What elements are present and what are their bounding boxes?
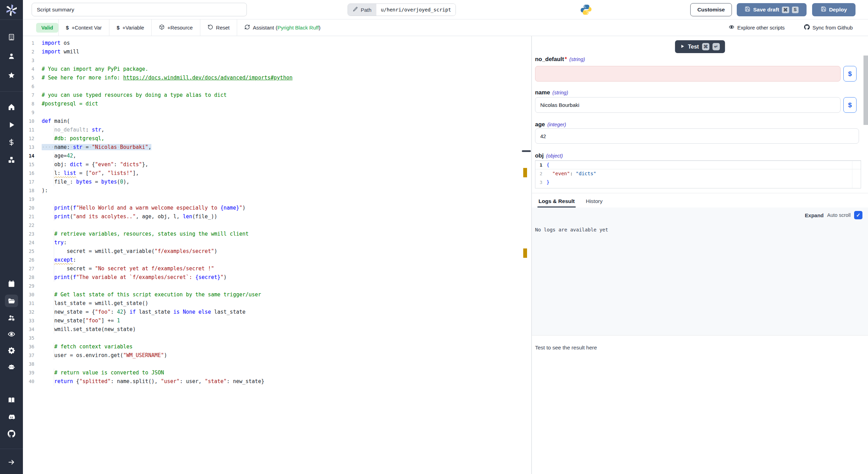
dollar-icon[interactable]: [5, 136, 18, 149]
code-line[interactable]: 8#postgresql = dict: [23, 100, 531, 108]
code-line[interactable]: 13····name:·str·=·"Nicolas·Bourbaki",: [23, 143, 531, 152]
play-icon: [680, 44, 685, 50]
scrollbar-thumb[interactable]: [863, 56, 868, 125]
code-line[interactable]: 7# you can use typed resources by doing …: [23, 91, 531, 100]
line-number: 21: [23, 212, 34, 221]
windmill-logo-icon[interactable]: [4, 2, 19, 17]
code-line[interactable]: 16 l: list = ["or", "lists!"],: [23, 169, 531, 178]
line-number: 17: [23, 178, 34, 186]
code-line[interactable]: 20 print(f"Hello World and a warm welcom…: [23, 204, 531, 212]
code-line[interactable]: 9: [23, 108, 531, 117]
book-open-icon[interactable]: [5, 394, 18, 406]
code-line[interactable]: 1{: [535, 161, 861, 169]
code-line[interactable]: 15 obj: dict = {"even": "dicts"},: [23, 160, 531, 169]
code-line[interactable]: 3}: [535, 178, 861, 187]
line-number: 23: [23, 230, 34, 238]
add-resource-button[interactable]: +Resource: [152, 19, 200, 36]
code-line[interactable]: 28 print(f"The variable at `f/examples/s…: [23, 273, 531, 282]
code-line[interactable]: 37 user = os.environ.get("WM_USERNAME"): [23, 351, 531, 360]
add-variable-button[interactable]: $ +Variable: [109, 19, 151, 36]
script-summary-input[interactable]: [32, 3, 247, 16]
assistant-button[interactable]: Assistant (Pyright Black Ruff): [237, 19, 328, 36]
code-line[interactable]: 2 "even": "dicts": [535, 169, 861, 178]
code-line[interactable]: 4# You can import any PyPi package.: [23, 65, 531, 74]
code-line[interactable]: 39 # return value is converted to JSON: [23, 369, 531, 377]
arrow-right-icon[interactable]: [5, 456, 18, 468]
age-input[interactable]: [535, 128, 859, 144]
explore-other-scripts-button[interactable]: Explore other scripts: [709, 19, 785, 36]
folder-open-icon[interactable]: [5, 295, 18, 307]
deploy-button[interactable]: Deploy: [812, 3, 856, 16]
boxes-icon[interactable]: [5, 154, 18, 166]
save-draft-button[interactable]: Save draft ⌘ S: [737, 3, 807, 16]
line-number: 20: [23, 204, 34, 212]
code-line[interactable]: 22: [23, 221, 531, 230]
insert-variable-button[interactable]: $: [843, 97, 857, 113]
tab-history[interactable]: History: [585, 195, 603, 208]
panel-resize-handle[interactable]: [522, 150, 531, 152]
field-label-name: name (string): [535, 89, 568, 96]
code-line[interactable]: 1import os: [23, 39, 531, 48]
code-line[interactable]: 6: [23, 82, 531, 91]
code-line[interactable]: 21 print("and its acolytes..", age, obj,…: [23, 212, 531, 221]
code-line[interactable]: 35: [23, 334, 531, 342]
code-line[interactable]: 12 #db: postgresql,: [23, 134, 531, 143]
enter-key: ↵: [712, 43, 720, 50]
eye-icon[interactable]: [5, 328, 18, 340]
tab-logs-result[interactable]: Logs & Result: [537, 195, 576, 208]
github-icon[interactable]: [5, 428, 18, 440]
code-line[interactable]: 23 # retrieve variables, resources, stat…: [23, 230, 531, 238]
star-icon[interactable]: [5, 69, 18, 82]
code-line[interactable]: 30 # Get last state of this script execu…: [23, 290, 531, 299]
code-line[interactable]: 36 # fetch context variables: [23, 342, 531, 351]
code-line[interactable]: 11 no_default: str,: [23, 126, 531, 134]
code-line[interactable]: 38: [23, 360, 531, 369]
code-line[interactable]: 29: [23, 282, 531, 290]
path-chip[interactable]: Path u/henri/overjoyed_script: [348, 3, 456, 16]
code-line[interactable]: 2import wmill: [23, 48, 531, 56]
bot-icon[interactable]: [5, 361, 18, 373]
code-line[interactable]: 32 new_state = {"foo": 42} if last_state…: [23, 308, 531, 316]
test-button[interactable]: Test ⌘ ↵: [675, 40, 725, 53]
code-line[interactable]: 33 new_state["foo"] += 1: [23, 316, 531, 325]
sync-from-github-button[interactable]: Sync from Github: [785, 19, 853, 36]
code-line[interactable]: 31 last_state = wmill.get_state(): [23, 299, 531, 308]
code-editor[interactable]: 1import os2import wmill34# You can impor…: [23, 36, 531, 474]
code-line[interactable]: 10def main(: [23, 117, 531, 126]
building-icon[interactable]: [5, 31, 18, 43]
code-line[interactable]: 18):: [23, 186, 531, 195]
add-context-var-button[interactable]: $ +Context Var: [59, 19, 109, 36]
user-icon[interactable]: [5, 50, 18, 62]
path-value[interactable]: u/henri/overjoyed_script: [376, 4, 456, 16]
code-line[interactable]: 27 secret = "No secret yet at f/examples…: [23, 264, 531, 273]
home-icon[interactable]: [5, 101, 18, 113]
autoscroll-checkbox[interactable]: ✓: [854, 211, 862, 219]
obj-json-editor[interactable]: 1{2 "even": "dicts"3}: [535, 160, 861, 188]
code-line[interactable]: 25 secret = wmill.get_variable("f/exampl…: [23, 247, 531, 256]
calendar-icon[interactable]: [5, 278, 18, 290]
users-gear-icon[interactable]: [5, 312, 18, 324]
code-line[interactable]: 40 return {"splitted": name.split(), "us…: [23, 377, 531, 386]
code-line[interactable]: 26 except:: [23, 256, 531, 264]
sidebar-divider: [0, 449, 23, 449]
play-icon[interactable]: [5, 119, 18, 131]
insert-variable-button[interactable]: $: [843, 66, 857, 82]
code-line[interactable]: 24 try:: [23, 238, 531, 247]
code-line[interactable]: 17 file_: bytes = bytes(0),: [23, 178, 531, 186]
code-line[interactable]: 34 wmill.set_state(new_state): [23, 325, 531, 334]
name-input[interactable]: [535, 97, 841, 113]
code-line[interactable]: 5# See here for more info: https://docs.…: [23, 74, 531, 82]
reset-button[interactable]: Reset: [200, 19, 237, 36]
gear-icon[interactable]: [5, 344, 18, 357]
no-default-input[interactable]: [535, 66, 841, 82]
code-line[interactable]: 3: [23, 56, 531, 65]
code-line[interactable]: 14 age=42,: [23, 152, 531, 160]
line-number: 26: [23, 256, 34, 264]
save-icon: [745, 6, 750, 13]
expand-button[interactable]: Expand: [805, 212, 824, 218]
customise-button[interactable]: Customise: [690, 3, 732, 16]
discord-icon[interactable]: [5, 411, 18, 423]
dollar-icon: $: [66, 25, 69, 31]
reset-label: Reset: [216, 25, 229, 31]
code-line[interactable]: 19: [23, 195, 531, 204]
